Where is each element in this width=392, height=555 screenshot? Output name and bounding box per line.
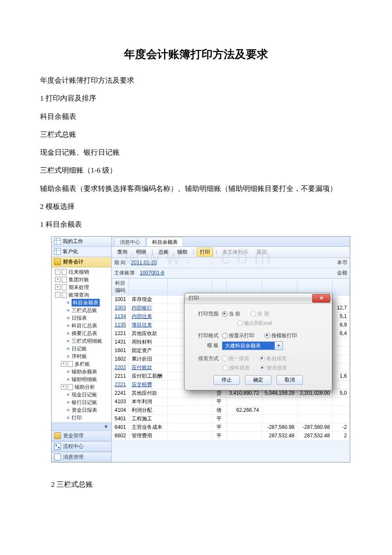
tree-item[interactable]: +集团对账 [52, 276, 111, 283]
expand-icon[interactable]: + [61, 361, 66, 367]
tree-item[interactable]: 辅助余额表 [52, 368, 111, 376]
print-dialog: 打印 ✕ 打印范围 当 前 全 部 输出到Excel [184, 293, 332, 390]
tree-item-label: 日记账 [72, 345, 87, 353]
cell-code: 5401 [112, 414, 129, 423]
table-row[interactable]: 6401主营业务成本平-287,580.98-287,580.98-2 [112, 423, 350, 431]
paragraph: 科目余额表 [26, 110, 366, 124]
grid-icon [54, 248, 61, 255]
paging-label: 排页方式 [190, 355, 219, 362]
table-row[interactable]: 4104利润分配借62,266.74 [112, 406, 350, 414]
tab-message-center[interactable]: 消息中心 [114, 237, 146, 246]
tree-item-label: 银行日记账 [72, 399, 97, 406]
tree-item[interactable]: 现金日记账 [52, 391, 111, 399]
tree-item[interactable]: 序时账 [52, 353, 111, 360]
collapse-icon[interactable]: - [55, 269, 61, 275]
cell-code: 1001 [112, 295, 129, 304]
tree-item[interactable]: 科目汇总表 [52, 322, 111, 330]
document-icon [62, 269, 67, 275]
toolbar-ledger[interactable]: 总账 [156, 248, 172, 257]
radio-paging-month[interactable]: 按月排页 [260, 364, 287, 372]
template-combo[interactable]: 大建科目余额表 ▼ [222, 341, 283, 350]
print-format-label: 打印格式 [190, 332, 219, 339]
tree-item[interactable]: 打印 [52, 414, 111, 422]
radio-paging-year[interactable]: 按年排页 [222, 364, 250, 372]
table-row[interactable]: 6602管理费用平287,532.48287,532.482 [112, 431, 350, 440]
radio-current[interactable]: 当 前 [222, 310, 240, 318]
table-row[interactable]: 4103本年利润平 [112, 397, 350, 406]
tree-item[interactable]: 三栏式总账 [52, 306, 111, 314]
cell-code: 1602 [112, 355, 129, 363]
table-row[interactable]: 5401工程施工平 [112, 414, 350, 423]
tree-item-label: 辅助明细账 [72, 376, 97, 383]
tree-item-label: 辅助分析 [75, 383, 95, 391]
tree-item-label: 资金日报表 [72, 406, 97, 414]
radio-format-display[interactable]: 按显示打印 [222, 332, 254, 339]
expand-icon[interactable]: + [55, 277, 61, 282]
expand-icon[interactable]: + [55, 284, 61, 290]
nav-section-finance[interactable]: 财务会计 [52, 257, 111, 267]
tab-balance-sheet[interactable]: 科目余额表 [147, 237, 183, 246]
cell-name: 内部银行 [129, 304, 167, 312]
tree-item[interactable]: +期末处理 [52, 283, 111, 291]
col-name[interactable] [129, 278, 167, 295]
bullet-icon [67, 340, 69, 342]
paragraph: 三栏式明细账（1-6 级） [26, 164, 366, 177]
nav-header-mywork[interactable]: 我的工作 [52, 237, 111, 247]
bullet-icon [67, 347, 69, 350]
amount-label: 金额 [337, 269, 347, 277]
toolbar-aux[interactable]: 辅助 [174, 248, 190, 257]
cell-name: 利润分配 [129, 406, 167, 414]
radio-paging-self[interactable]: 各自排页 [259, 355, 287, 362]
tree-item[interactable]: 科目余额表 [52, 299, 111, 306]
radio-all[interactable]: 全 部 [251, 310, 269, 318]
tree-item-label: 科目汇总表 [72, 322, 97, 330]
collapse-icon[interactable]: - [55, 292, 61, 298]
cell-code: 1601 [112, 346, 129, 355]
tree-item[interactable]: 日报表 [52, 314, 111, 322]
dialog-titlebar[interactable]: 打印 ✕ [184, 293, 332, 304]
body-label: 主体账簿 [114, 269, 135, 277]
radio-paging-uniform[interactable]: 统一排页 [222, 355, 249, 362]
cell-dir: 平 [212, 431, 226, 440]
bag-icon [54, 432, 61, 439]
tree-item[interactable]: 摘要汇总表 [52, 330, 111, 337]
close-button[interactable]: ✕ [312, 294, 330, 303]
toolbar-query[interactable]: 查询 [114, 248, 130, 257]
col-code[interactable]: 科目编码 [112, 278, 129, 295]
cancel-button[interactable]: 取消 [277, 375, 303, 385]
body-value[interactable]: 1007001-6 [140, 270, 164, 276]
tree-item[interactable]: 日记账 [52, 345, 111, 353]
tree-item-label: 序时账 [72, 353, 87, 360]
toolbar-multibody[interactable]: 多主体列示 [219, 248, 251, 257]
period-value[interactable]: 2011.01-20 [131, 260, 157, 266]
cell-code: 1221 [112, 329, 129, 338]
document-icon [68, 384, 73, 390]
tree-item[interactable]: +多栏账 [52, 360, 111, 368]
nav-header-clientize[interactable]: 客户化 [52, 247, 111, 257]
toolbar-detail[interactable]: 明细 [133, 248, 149, 257]
nav-section-funds[interactable]: 资金管理 [52, 431, 111, 441]
tree-item-label: 多栏账 [75, 360, 90, 368]
toolbar-back[interactable]: 返回 [254, 248, 270, 257]
cell-code: 1431 [112, 338, 129, 346]
tree-item[interactable]: +辅助分析 [52, 383, 111, 391]
scroll-down-button[interactable]: ▼ [52, 422, 111, 431]
cell-name: 内部往来 [129, 312, 167, 321]
tree-item[interactable]: 辅助明细账 [52, 376, 111, 383]
col-d[interactable] [333, 278, 350, 295]
nav-section-flowcenter[interactable]: 流程中心 [52, 441, 111, 452]
toolbar-print[interactable]: 打印 [197, 248, 213, 257]
nav-section-msgmgr[interactable]: 消息管理 [52, 452, 111, 462]
expand-icon[interactable]: + [61, 384, 66, 390]
tree-item[interactable]: -账簿查询 [52, 291, 111, 299]
tree-item[interactable]: 银行日记账 [52, 399, 111, 406]
ok-button[interactable]: 确定 [245, 375, 271, 385]
radio-format-template[interactable]: 按模板打印 [265, 332, 297, 339]
book-icon [54, 258, 61, 265]
cell-dir: 平 [212, 397, 226, 406]
tree-item[interactable]: -往来核销 [52, 268, 111, 276]
tree-item[interactable]: 资金日报表 [52, 406, 111, 414]
radio-export-excel[interactable]: 输出到Excel [237, 320, 272, 327]
stop-button[interactable]: 停止 [213, 375, 240, 385]
tree-item[interactable]: 三栏式明细账 [52, 337, 111, 345]
